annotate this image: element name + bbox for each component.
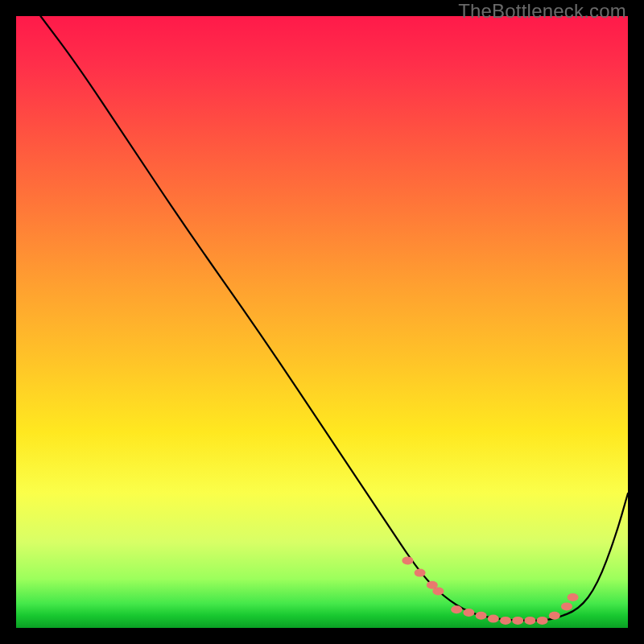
highlight-dots-group: [402, 556, 578, 625]
highlight-dot: [537, 617, 548, 625]
chart-svg: [16, 16, 628, 628]
highlight-dot: [512, 617, 523, 625]
highlight-dot: [524, 617, 535, 625]
highlight-dot: [463, 609, 474, 617]
highlight-dot: [568, 593, 579, 601]
highlight-dot: [561, 602, 572, 610]
highlight-dot: [476, 612, 487, 620]
highlight-dot: [500, 617, 511, 625]
highlight-dot: [415, 569, 426, 577]
highlight-dot: [488, 615, 499, 623]
highlight-dot: [451, 605, 462, 613]
bottleneck-curve-line: [40, 16, 628, 621]
highlight-dot: [549, 612, 560, 620]
highlight-dot: [432, 587, 444, 595]
highlight-dot: [402, 556, 413, 564]
